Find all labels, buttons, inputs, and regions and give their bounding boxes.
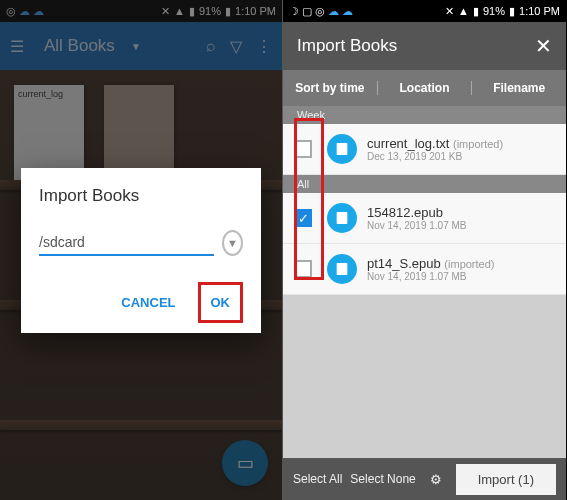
- sort-bar: Sort by time Location Filename: [283, 70, 566, 106]
- select-none-link[interactable]: Select None: [350, 472, 415, 486]
- svg-rect-1: [337, 212, 348, 224]
- wifi-icon: ▲: [458, 5, 469, 17]
- right-phone-screenshot: ☽ ▢ ◎ ☁ ☁ ✕ ▲ ▮ 91% ▮ 1:10 PM Import Boo…: [283, 0, 566, 500]
- battery-percent: 91%: [483, 5, 505, 17]
- ok-button[interactable]: OK: [203, 287, 239, 318]
- section-header-week: Week: [283, 106, 566, 124]
- vibrate-icon: ✕: [445, 5, 454, 18]
- dialog-title: Import Books: [39, 186, 243, 206]
- section-header-all: All: [283, 175, 566, 193]
- file-name: 154812.epub: [367, 205, 556, 220]
- battery-icon: ▮: [509, 5, 515, 18]
- modal-overlay: Import Books ▼ CANCEL OK: [0, 0, 282, 500]
- signal-icon: ▮: [473, 5, 479, 18]
- svg-rect-2: [337, 263, 348, 275]
- clock: 1:10 PM: [519, 5, 560, 17]
- file-meta: Nov 14, 2019 1.07 MB: [367, 271, 556, 282]
- chevron-down-icon: ▼: [227, 237, 238, 249]
- instagram-icon: ◎: [315, 5, 325, 18]
- select-all-link[interactable]: Select All: [293, 472, 342, 486]
- page-title: Import Books: [297, 36, 397, 56]
- close-icon[interactable]: ✕: [535, 34, 552, 58]
- highlight-box: OK: [198, 282, 244, 323]
- checkbox[interactable]: ✓: [294, 209, 312, 227]
- moon-icon: ☽: [289, 5, 299, 18]
- file-name: pt14_S.epub (imported): [367, 256, 556, 271]
- file-meta: Nov 14, 2019 1.07 MB: [367, 220, 556, 231]
- import-dialog: Import Books ▼ CANCEL OK: [21, 168, 261, 333]
- file-meta: Dec 13, 2019 201 KB: [367, 151, 556, 162]
- import-header: Import Books ✕: [283, 22, 566, 70]
- file-row[interactable]: pt14_S.epub (imported) Nov 14, 2019 1.07…: [283, 244, 566, 295]
- sort-by-time[interactable]: Sort by time: [283, 81, 377, 95]
- app-icon: ▢: [302, 5, 312, 18]
- checkbox[interactable]: [294, 260, 312, 278]
- file-row[interactable]: current_log.txt (imported) Dec 13, 2019 …: [283, 124, 566, 175]
- path-dropdown-button[interactable]: ▼: [222, 230, 243, 256]
- file-type-icon: [327, 134, 357, 164]
- gear-icon[interactable]: ⚙: [430, 472, 442, 487]
- cancel-button[interactable]: CANCEL: [113, 282, 183, 323]
- sort-by-location[interactable]: Location: [378, 81, 472, 95]
- status-bar: ☽ ▢ ◎ ☁ ☁ ✕ ▲ ▮ 91% ▮ 1:10 PM: [283, 0, 566, 22]
- left-phone-screenshot: ◎ ☁ ☁ ✕ ▲ ▮ 91% ▮ 1:10 PM ☰ All Books ▼ …: [0, 0, 283, 500]
- sort-by-filename[interactable]: Filename: [472, 81, 566, 95]
- import-button[interactable]: Import (1): [456, 464, 556, 495]
- file-row[interactable]: ✓ 154812.epub Nov 14, 2019 1.07 MB: [283, 193, 566, 244]
- checkbox[interactable]: [294, 140, 312, 158]
- file-name: current_log.txt (imported): [367, 136, 556, 151]
- file-type-icon: [327, 203, 357, 233]
- import-footer: Select All Select None ⚙ Import (1): [283, 458, 566, 500]
- cloud-icon: ☁: [342, 5, 353, 18]
- cloud-icon: ☁: [328, 5, 339, 18]
- svg-rect-0: [337, 143, 348, 155]
- file-type-icon: [327, 254, 357, 284]
- path-input[interactable]: [39, 230, 214, 256]
